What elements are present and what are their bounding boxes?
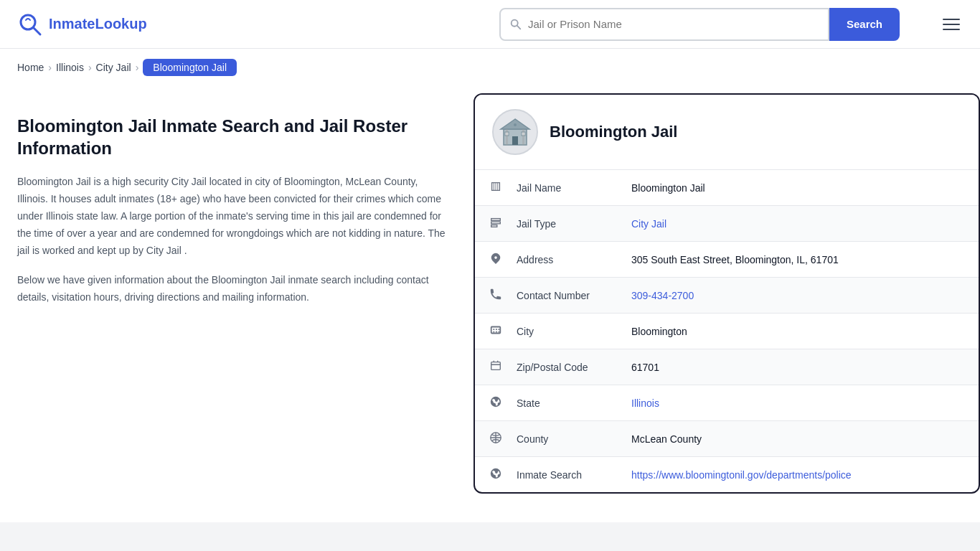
breadcrumb-home[interactable]: Home — [17, 62, 44, 73]
table-row: StateIllinois — [475, 385, 979, 421]
logo-text: InmateLookup — [49, 16, 147, 32]
breadcrumb-state[interactable]: Illinois — [56, 62, 84, 73]
left-panel: Bloomington Jail Inmate Search and Jail … — [0, 86, 473, 321]
row-link-8[interactable]: https://www.bloomingtonil.gov/department… — [631, 469, 852, 481]
search-wrapper — [499, 8, 829, 41]
row-value-7: McLean County — [617, 421, 979, 457]
row-link-3[interactable]: 309-434-2700 — [631, 290, 694, 301]
menu-bar-2 — [943, 24, 960, 25]
row-value-3[interactable]: 309-434-2700 — [617, 278, 979, 314]
page-desc-2: Below we have given information about th… — [17, 272, 451, 306]
breadcrumb-jail-type[interactable]: City Jail — [96, 62, 131, 73]
row-value-4: Bloomington — [617, 314, 979, 349]
main-layout: Bloomington Jail Inmate Search and Jail … — [0, 86, 980, 522]
row-icon-state — [475, 385, 502, 421]
facility-avatar — [492, 109, 538, 155]
menu-bar-1 — [943, 19, 960, 20]
search-input[interactable] — [528, 18, 819, 30]
svg-rect-10 — [491, 219, 501, 221]
row-value-5: 61701 — [617, 349, 979, 385]
svg-line-1 — [34, 28, 40, 34]
row-value-6[interactable]: Illinois — [617, 385, 979, 421]
row-label-6: State — [502, 385, 617, 421]
row-value-1[interactable]: City Jail — [617, 206, 979, 242]
page-title: Bloomington Jail Inmate Search and Jail … — [17, 115, 451, 159]
row-label-5: Zip/Postal Code — [502, 349, 617, 385]
row-icon-phone — [475, 278, 502, 314]
row-label-8: Inmate Search — [502, 457, 617, 493]
row-label-7: County — [502, 421, 617, 457]
table-row: Address305 South East Street, Bloomingto… — [475, 242, 979, 278]
row-icon-type — [475, 206, 502, 242]
svg-rect-4 — [512, 136, 518, 145]
table-row: Jail NameBloomington Jail — [475, 170, 979, 206]
search-area: Search — [499, 8, 900, 41]
row-value-8[interactable]: https://www.bloomingtonil.gov/department… — [617, 457, 979, 493]
breadcrumb: Home › Illinois › City Jail › Bloomingto… — [0, 49, 980, 86]
row-label-4: City — [502, 314, 617, 349]
table-row: Inmate Searchhttps://www.bloomingtonil.g… — [475, 457, 979, 493]
row-label-1: Jail Type — [502, 206, 617, 242]
logo-link[interactable]: InmateLookup — [17, 11, 147, 37]
table-row: Jail TypeCity Jail — [475, 206, 979, 242]
row-link-1[interactable]: City Jail — [631, 218, 666, 230]
row-label-2: Address — [502, 242, 617, 278]
table-row: CityBloomington — [475, 314, 979, 349]
search-icon — [509, 18, 522, 31]
row-value-0: Bloomington Jail — [617, 170, 979, 206]
right-panel: Bloomington Jail Jail NameBloomington Ja… — [473, 86, 980, 494]
table-row: Zip/Postal Code61701 — [475, 349, 979, 385]
svg-rect-12 — [491, 225, 497, 227]
row-value-2: 305 South East Street, Bloomington, IL, … — [617, 242, 979, 278]
row-icon-city — [475, 314, 502, 349]
row-icon-address — [475, 242, 502, 278]
table-row: CountyMcLean County — [475, 421, 979, 457]
card-title: Bloomington Jail — [550, 123, 677, 141]
row-icon-web — [475, 457, 502, 493]
page-desc-1: Bloomington Jail is a high security City… — [17, 174, 451, 259]
row-label-3: Contact Number — [502, 278, 617, 314]
footer — [0, 522, 980, 551]
menu-button[interactable] — [940, 16, 963, 33]
svg-rect-9 — [522, 129, 524, 145]
svg-point-7 — [514, 123, 517, 126]
row-icon-county — [475, 421, 502, 457]
card-header: Bloomington Jail — [475, 95, 979, 170]
row-link-6[interactable]: Illinois — [631, 397, 659, 409]
table-row: Contact Number309-434-2700 — [475, 278, 979, 314]
breadcrumb-sep-2: › — [88, 62, 92, 73]
svg-rect-13 — [491, 362, 501, 370]
building-icon — [498, 115, 532, 149]
breadcrumb-sep-3: › — [136, 62, 139, 73]
svg-rect-11 — [491, 222, 501, 224]
breadcrumb-sep-1: › — [48, 62, 52, 73]
row-icon-jail — [475, 170, 502, 206]
info-table: Jail NameBloomington JailJail TypeCity J… — [475, 170, 979, 492]
info-card: Bloomington Jail Jail NameBloomington Ja… — [473, 93, 980, 494]
search-button[interactable]: Search — [829, 8, 900, 41]
row-label-0: Jail Name — [502, 170, 617, 206]
row-icon-zip — [475, 349, 502, 385]
logo-icon — [17, 11, 43, 37]
menu-bar-3 — [943, 29, 960, 30]
breadcrumb-current: Bloomington Jail — [143, 59, 237, 76]
svg-rect-8 — [506, 129, 508, 145]
header: InmateLookup Search — [0, 0, 980, 49]
